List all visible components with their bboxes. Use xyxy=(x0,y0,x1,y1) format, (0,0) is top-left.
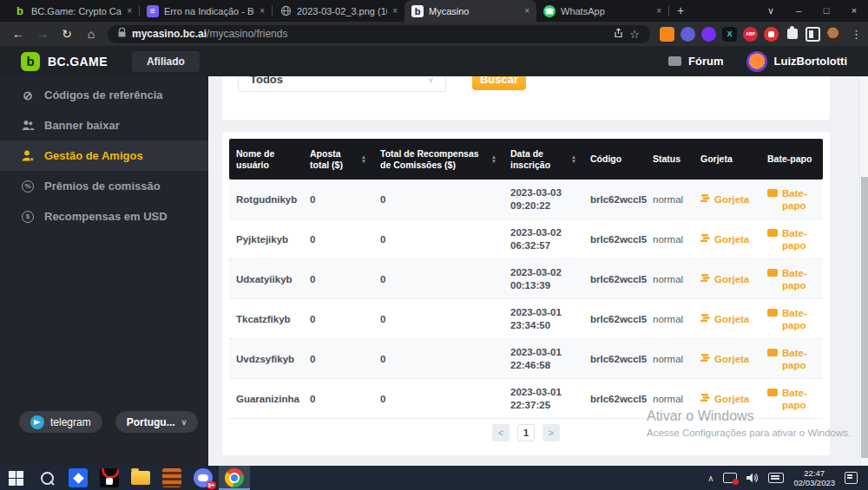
volume-icon[interactable] xyxy=(746,473,759,483)
forward-button[interactable]: → xyxy=(31,27,54,41)
dollar-circle-icon: $ xyxy=(22,211,34,223)
tab-close-icon[interactable]: × xyxy=(524,6,529,16)
filter-select-value: Todos xyxy=(250,76,283,86)
window-maximize-button[interactable]: □ xyxy=(812,0,840,22)
column-header-total-bet[interactable]: Aposta total ($) ▲▼ xyxy=(303,148,373,171)
coins-icon xyxy=(700,393,710,402)
extensions-puzzle-icon[interactable] xyxy=(785,27,799,42)
tip-link[interactable]: Gorjeta xyxy=(700,273,753,285)
cell-total-bet: 0 xyxy=(303,394,373,404)
network-status-icon[interactable] xyxy=(723,473,737,483)
tab-close-icon[interactable]: × xyxy=(260,6,265,16)
x-extension-icon[interactable]: X xyxy=(722,27,737,42)
taskbar-app-anydesk[interactable] xyxy=(62,466,94,490)
chat-link[interactable]: Bate-papo xyxy=(767,267,816,291)
tip-link[interactable]: Gorjeta xyxy=(700,353,753,365)
sidebar-item-banner-download[interactable]: Banner baixar xyxy=(0,110,208,140)
tip-link[interactable]: Gorjeta xyxy=(700,393,753,405)
browser-tab-erro-indicacao[interactable]: ≡ Erro na Indicação - BC.Game × xyxy=(140,0,272,22)
browser-tab-whatsapp[interactable]: ☎ WhatsApp × xyxy=(536,0,668,22)
sidebar-item-commission-rewards[interactable]: % Prêmios de comissão xyxy=(0,171,208,201)
anydesk-icon xyxy=(69,468,88,487)
cell-username: Pyjktejikyb xyxy=(229,234,303,245)
cell-rewards: 0 xyxy=(373,314,503,324)
touch-keyboard-icon[interactable] xyxy=(768,473,784,483)
sort-icons[interactable]: ▲▼ xyxy=(571,155,576,164)
home-button[interactable]: ⌂ xyxy=(80,27,102,41)
telegram-button[interactable]: telegram xyxy=(19,411,102,433)
sidebar-item-label: Prêmios de comissão xyxy=(44,180,161,193)
sort-icons[interactable]: ▲▼ xyxy=(491,155,496,164)
taskbar-search-button[interactable] xyxy=(31,466,62,490)
scrollbar-thumb[interactable] xyxy=(861,177,868,458)
chat-link[interactable]: Bate-papo xyxy=(767,227,816,252)
taskbar-app-discord[interactable]: 9+ xyxy=(187,466,219,490)
column-header-signup-date[interactable]: Data de inscrição ▲▼ xyxy=(503,148,583,171)
sort-icons[interactable]: ▲▼ xyxy=(361,155,366,164)
metamask-extension-icon[interactable] xyxy=(660,27,674,42)
window-minimize-button[interactable]: – xyxy=(785,0,812,22)
tab-close-icon[interactable]: × xyxy=(656,6,661,16)
browser-tab-mycasino-active[interactable]: b Mycasino × xyxy=(404,0,536,22)
browser-tab-png-image[interactable]: 2023-03-02_3.png (1024×76 × xyxy=(273,0,404,22)
cell-rewards: 0 xyxy=(373,354,503,364)
tab-close-icon[interactable]: × xyxy=(127,6,132,16)
language-selector[interactable]: Portugu... ∨ xyxy=(115,411,199,433)
pagination-page-1[interactable]: 1 xyxy=(517,424,535,441)
purple-wallet-extension-icon[interactable] xyxy=(681,27,695,42)
chat-link[interactable]: Bate-papo xyxy=(767,387,816,411)
filter-select[interactable]: Todos ∨ xyxy=(238,76,446,92)
page-scrollbar[interactable] xyxy=(859,76,868,466)
tip-link[interactable]: Gorjeta xyxy=(700,233,753,245)
cell-total-bet: 0 xyxy=(303,194,373,205)
taskbar-app-streaming[interactable] xyxy=(94,466,125,490)
chat-link[interactable]: Bate-papo xyxy=(767,307,816,331)
black-red-app-icon xyxy=(100,468,119,487)
action-center-icon[interactable] xyxy=(845,472,858,484)
address-bar[interactable]: mycasino.bc.ai/mycasino/friends ☆ xyxy=(108,25,650,43)
search-button[interactable]: Buscar xyxy=(472,76,526,90)
new-tab-button[interactable]: + xyxy=(669,0,692,22)
tray-expand-chevron[interactable]: ∧ xyxy=(707,474,713,483)
browser-profile-avatar[interactable] xyxy=(826,27,841,42)
share-icon[interactable] xyxy=(613,28,623,41)
taskbar-file-explorer[interactable] xyxy=(125,466,156,490)
pagination-next-button[interactable]: > xyxy=(542,424,560,441)
cell-rewards: 0 xyxy=(373,234,503,245)
user-avatar[interactable] xyxy=(746,51,767,72)
sidebar-item-usd-rewards[interactable]: $ Recompensas em USD xyxy=(0,201,208,232)
start-button[interactable] xyxy=(0,466,31,490)
red-blocker-extension-icon[interactable] xyxy=(764,27,779,42)
bookmark-star-icon[interactable]: ☆ xyxy=(629,28,640,41)
tip-link[interactable]: Gorjeta xyxy=(700,313,753,325)
sidebar-item-friends-management[interactable]: Gestão de Amigos xyxy=(0,140,208,171)
sidebar-extension-icon[interactable] xyxy=(806,27,820,42)
purple-swirl-extension-icon[interactable] xyxy=(701,27,716,42)
username[interactable]: LuizBortolotti xyxy=(774,55,847,68)
chat-link[interactable]: Bate-papo xyxy=(767,187,816,212)
window-close-button[interactable]: × xyxy=(840,0,868,22)
chat-link[interactable]: Bate-papo xyxy=(767,347,816,371)
affiliate-chip[interactable]: Afiliado xyxy=(132,51,200,72)
cell-signup-date: 2023-03-0122:37:25 xyxy=(503,386,583,412)
back-button[interactable]: ← xyxy=(7,27,30,41)
taskbar-app-chrome-active[interactable] xyxy=(219,466,250,490)
adblock-plus-extension-icon[interactable]: ABP xyxy=(743,27,758,42)
column-header-commission-rewards[interactable]: Total de Recompensas de Comissões ($) ▲▼ xyxy=(373,148,503,171)
language-label: Portugu... xyxy=(127,416,175,428)
tip-link[interactable]: Gorjeta xyxy=(700,193,753,206)
forum-link[interactable]: Fórum xyxy=(688,55,723,68)
browser-tab-bcgame-home[interactable]: b BC.Game: Crypto Casino Gan × xyxy=(7,0,139,22)
sidebar-item-referral-codes[interactable]: ⊘ Códigos de referência xyxy=(0,80,208,110)
cell-username: Guaranizinha xyxy=(229,394,303,404)
browser-menu-kebab-icon[interactable]: ⋮ xyxy=(851,28,862,41)
pagination-prev-button[interactable]: < xyxy=(492,424,510,441)
cell-status: normal xyxy=(646,314,694,324)
sidebar-item-label: Banner baixar xyxy=(44,119,120,132)
taskbar-clock[interactable]: 22:47 02/03/2023 xyxy=(793,468,835,487)
bcgame-logo-icon[interactable]: b xyxy=(21,52,40,71)
tab-close-icon[interactable]: × xyxy=(392,6,398,16)
window-chevron-icon[interactable]: ∨ xyxy=(757,0,785,22)
taskbar-app-ledger[interactable] xyxy=(156,466,187,490)
reload-button[interactable]: ↻ xyxy=(56,27,78,41)
